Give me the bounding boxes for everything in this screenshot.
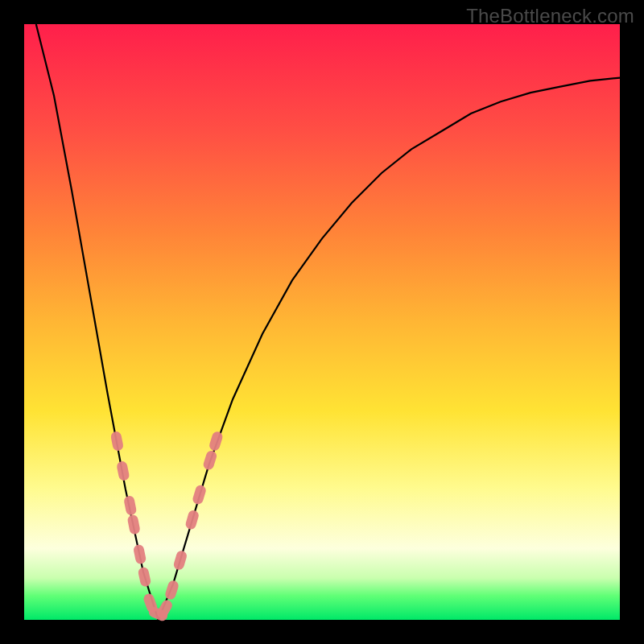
svg-rect-10	[172, 550, 188, 572]
curve-marker	[123, 495, 137, 516]
svg-rect-11	[184, 509, 200, 530]
curve-marker	[116, 460, 130, 481]
curve-marker	[110, 431, 124, 452]
svg-rect-2	[123, 495, 137, 516]
svg-rect-1	[116, 460, 130, 481]
curve-marker	[172, 550, 188, 572]
curve-marker	[202, 449, 218, 471]
curve-marker	[192, 484, 207, 506]
curve-marker	[127, 514, 141, 535]
curve-marker	[208, 431, 225, 452]
svg-rect-14	[208, 431, 225, 452]
svg-rect-4	[133, 544, 147, 565]
curve-marker	[164, 580, 180, 601]
svg-rect-12	[192, 484, 207, 506]
svg-rect-9	[164, 580, 180, 601]
svg-rect-0	[110, 431, 124, 452]
curve-marker	[138, 567, 152, 588]
curve-marker	[133, 544, 147, 565]
svg-rect-5	[138, 567, 152, 588]
curve-overlay	[24, 24, 620, 620]
curve-marker	[184, 509, 200, 530]
svg-rect-3	[127, 514, 141, 535]
watermark-text: TheBottleneck.com	[466, 5, 634, 27]
svg-rect-13	[202, 449, 218, 471]
outer-frame: TheBottleneck.com	[0, 0, 644, 644]
plot-area	[24, 24, 620, 620]
bottleneck-curve	[36, 24, 620, 620]
